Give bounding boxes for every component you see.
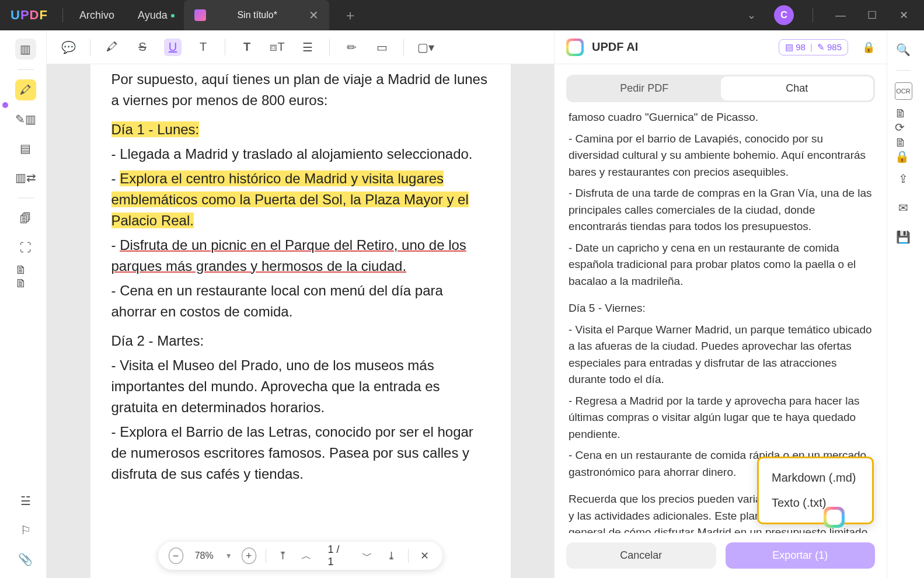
separator: [266, 549, 266, 563]
separator: [18, 69, 34, 70]
user-avatar[interactable]: C: [774, 5, 794, 25]
tab-add-button[interactable]: ＋: [343, 6, 357, 25]
export-text-option[interactable]: Texto (.txt): [769, 490, 862, 516]
chevron-down-icon[interactable]: ⌄: [742, 9, 760, 22]
highlight-icon[interactable]: 🖍: [103, 39, 121, 56]
callout-icon[interactable]: ☰: [299, 39, 316, 56]
left-tool-rail: ▥ 🖍 ✎▥ ▤ ▥⇄ 🗐 ⛶ 🗎🗎 ☱ ⚐ 📎: [5, 30, 47, 578]
squiggly-icon[interactable]: T: [194, 39, 212, 56]
tab-title: Sin título*: [217, 10, 298, 20]
export-button[interactable]: Exportar (1): [726, 542, 876, 569]
divider: [813, 8, 813, 22]
ai-title: UPDF AI: [592, 40, 638, 54]
export-markdown-option[interactable]: Markdown (.md): [769, 465, 862, 490]
window-maximize-button[interactable]: ☐: [863, 9, 881, 22]
annotation-toolbar: 💬 🖍 S U T T ⧈T ☰ ✏ ▭ ▢▾: [47, 30, 554, 64]
form-tool-icon[interactable]: ▤: [15, 138, 36, 159]
ai-logo-icon: [566, 39, 584, 56]
protect-icon[interactable]: 🗎🔒: [895, 141, 912, 158]
separator: [403, 39, 404, 55]
chat-text: - Regresa a Madrid por la tarde y aprove…: [569, 393, 873, 443]
document-scroll[interactable]: Por supuesto, aquí tienes un plan de via…: [47, 64, 554, 578]
zoom-in-button[interactable]: +: [242, 548, 256, 564]
export-format-popup: Markdown (.md) Texto (.txt): [757, 457, 874, 524]
prev-page-button[interactable]: ︿: [299, 548, 314, 564]
chat-text: - Visita el Parque Warner Madrid, un par…: [569, 322, 873, 388]
ai-panel: UPDF AI ▤ 98 | ✎ 985 🔒 Pedir PDF Chat fa…: [554, 30, 887, 578]
comment-icon[interactable]: 💬: [60, 39, 77, 56]
divider: [62, 8, 63, 22]
convert-icon[interactable]: 🗎⟳: [895, 112, 912, 129]
tab-chat[interactable]: Chat: [721, 76, 874, 100]
update-dot-icon: [171, 14, 175, 18]
eraser-icon[interactable]: ▭: [373, 39, 390, 56]
day2-line: - Visita el Museo del Prado, uno de los …: [111, 355, 490, 418]
bookmark-icon[interactable]: ⚐: [15, 520, 36, 541]
pages-tool-icon[interactable]: 🗐: [15, 208, 36, 229]
reader-mode-icon[interactable]: ▥: [15, 39, 36, 60]
lock-icon[interactable]: 🔒: [862, 41, 875, 54]
chat-text: famoso cuadro "Guernica" de Picasso.: [569, 109, 873, 126]
zoom-dropdown-icon[interactable]: ▼: [225, 552, 232, 560]
layers-icon[interactable]: ☱: [15, 490, 36, 511]
day1-line: - Cena en un restaurante local con menú …: [111, 280, 490, 322]
pencil-edit-icon[interactable]: ✎▥: [15, 109, 36, 130]
underlined-text: Disfruta de un picnic en el Parque del R…: [111, 237, 466, 274]
page-nav-bar: − 78% ▼ + ⤒ ︿ 1 / 1 ﹀ ⤓ ✕: [158, 542, 443, 570]
separator: [90, 39, 90, 55]
zoom-out-button[interactable]: −: [169, 548, 183, 564]
page-indicator[interactable]: 1 / 1: [323, 544, 351, 568]
doc-intro: Por supuesto, aquí tienes un plan de via…: [111, 69, 490, 111]
next-page-button[interactable]: ﹀: [360, 548, 375, 564]
title-bar: UPDF Archivo Ayuda Sin título* ✕ ＋ ⌄ C —…: [0, 0, 924, 30]
separator: [18, 197, 34, 199]
ai-tabs: Pedir PDF Chat: [566, 75, 875, 102]
page-organize-icon[interactable]: ▥⇄: [15, 167, 36, 188]
shape-tool-icon[interactable]: ▢▾: [417, 39, 434, 56]
tab-pedir-pdf[interactable]: Pedir PDF: [568, 76, 721, 100]
strikethrough-icon[interactable]: S: [134, 39, 151, 56]
attachment-icon[interactable]: 📎: [15, 549, 36, 570]
ai-fab-button[interactable]: [824, 507, 845, 528]
ai-header: UPDF AI ▤ 98 | ✎ 985 🔒: [555, 30, 887, 64]
ai-credits-badge[interactable]: ▤ 98 | ✎ 985: [779, 39, 848, 55]
day1-line: - Explora el centro histórico de Madrid …: [111, 168, 490, 231]
cancel-button[interactable]: Cancelar: [566, 542, 716, 569]
ocr-icon[interactable]: OCR: [895, 82, 912, 100]
share-icon[interactable]: ⇪: [895, 170, 912, 187]
separator: [897, 70, 911, 71]
day2-line: - Explora el Barrio de las Letras, conoc…: [111, 422, 490, 485]
crop-tool-icon[interactable]: ⛶: [15, 237, 36, 258]
textbox-icon[interactable]: ⧈T: [269, 39, 286, 56]
pagebar-close-button[interactable]: ✕: [418, 548, 433, 564]
ai-action-bar: Cancelar Exportar (1): [555, 533, 887, 578]
email-icon[interactable]: ✉: [895, 199, 912, 217]
app-logo: UPDF: [0, 8, 58, 23]
window-minimize-button[interactable]: —: [832, 9, 849, 22]
menu-ayuda[interactable]: Ayuda: [126, 9, 179, 22]
day1-heading: Día 1 - Lunes:: [111, 121, 200, 137]
highlighted-text: Explora el centro histórico de Madrid y …: [111, 170, 469, 228]
text-tool-icon[interactable]: T: [238, 39, 256, 56]
compare-tool-icon[interactable]: 🗎🗎: [15, 266, 36, 287]
chat-text: - Date un capricho y cena en un restaura…: [569, 240, 873, 290]
underline-icon[interactable]: U: [164, 39, 182, 56]
zoom-level[interactable]: 78%: [193, 551, 216, 561]
main-area: ▥ 🖍 ✎▥ ▤ ▥⇄ 🗐 ⛶ 🗎🗎 ☱ ⚐ 📎 💬 🖍 S U T T ⧈T …: [5, 30, 919, 578]
pencil-draw-icon[interactable]: ✏: [343, 39, 360, 56]
separator: [408, 549, 409, 563]
menu-archivo[interactable]: Archivo: [68, 9, 126, 22]
last-page-button[interactable]: ⤓: [384, 548, 399, 564]
document-tab[interactable]: Sin título* ✕: [184, 0, 329, 30]
separator: [329, 39, 330, 55]
first-page-button[interactable]: ⤒: [276, 548, 290, 564]
window-close-button[interactable]: ✕: [895, 9, 912, 22]
highlighter-tool-icon[interactable]: 🖍: [15, 79, 36, 100]
save-icon[interactable]: 💾: [895, 228, 912, 246]
tab-doc-icon: [194, 9, 206, 21]
day1-line: - Llegada a Madrid y traslado al alojami…: [111, 144, 490, 165]
document-area: 💬 🖍 S U T T ⧈T ☰ ✏ ▭ ▢▾ Por supuesto, aq…: [47, 30, 554, 578]
right-tool-rail: 🔍 OCR 🗎⟳ 🗎🔒 ⇪ ✉ 💾: [887, 30, 919, 578]
tab-close-icon[interactable]: ✕: [309, 8, 319, 22]
search-icon[interactable]: 🔍: [895, 41, 912, 58]
